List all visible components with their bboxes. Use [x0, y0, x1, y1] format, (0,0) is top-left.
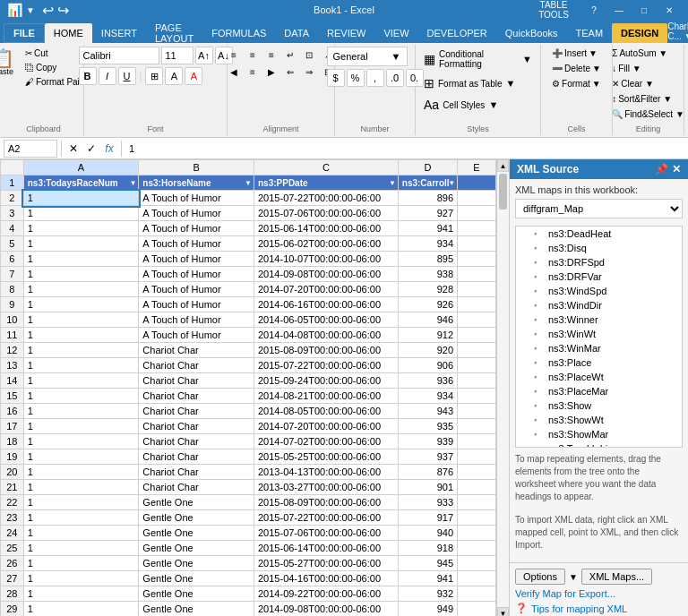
- xml-tree-item-troubleline[interactable]: ▪ns3:TroubleLine: [516, 441, 682, 448]
- cell-a6[interactable]: 1: [23, 252, 139, 267]
- cell-c13[interactable]: 2015-07-22T00:00:00-06:00: [254, 358, 399, 373]
- cell-e2[interactable]: [458, 191, 496, 206]
- col-header-e[interactable]: E: [458, 160, 496, 175]
- cell-a5[interactable]: 1: [23, 236, 139, 252]
- cell-a20[interactable]: 1: [23, 465, 139, 480]
- xml-maps-button[interactable]: XML Maps...: [581, 569, 652, 585]
- tab-quickbooks[interactable]: QuickBooks: [496, 23, 567, 43]
- cell-d11[interactable]: 912: [398, 328, 457, 343]
- cell-b16[interactable]: Chariot Char: [139, 404, 254, 419]
- row-header[interactable]: 24: [1, 526, 24, 541]
- cell-c7[interactable]: 2014-09-08T00:00:00-06:00: [254, 267, 399, 282]
- cell-b7[interactable]: A Touch of Humor: [139, 267, 254, 282]
- cell-a22[interactable]: 1: [23, 495, 139, 510]
- row-header[interactable]: 18: [1, 434, 24, 449]
- cell-c24[interactable]: 2015-07-06T00:00:00-06:00: [254, 526, 399, 541]
- cell-d12[interactable]: 920: [398, 343, 457, 358]
- font-size-input[interactable]: [161, 47, 194, 64]
- row-header[interactable]: 9: [1, 297, 24, 312]
- cell-c18[interactable]: 2014-07-02T00:00:00-06:00: [254, 434, 399, 449]
- cell-c9[interactable]: 2014-06-16T00:00:00-06:00: [254, 297, 399, 312]
- row-header[interactable]: 29: [1, 602, 24, 617]
- cell-e23[interactable]: [458, 510, 496, 526]
- col-header-b[interactable]: B: [139, 160, 254, 175]
- cell-e21[interactable]: [458, 480, 496, 495]
- scroll-up-button[interactable]: ▲: [497, 159, 509, 172]
- cell-a2[interactable]: 1: [23, 191, 139, 206]
- cell-e19[interactable]: [458, 449, 496, 465]
- cell-a19[interactable]: 1: [23, 449, 139, 465]
- cell-d18[interactable]: 939: [398, 434, 457, 449]
- cell-a12[interactable]: 1: [23, 343, 139, 358]
- conditional-formatting-button[interactable]: ▦ Conditional Formatting ▼: [421, 47, 535, 72]
- cell-e11[interactable]: [458, 328, 496, 343]
- sort-filter-button[interactable]: ↕ Sort&Filter ▼: [607, 92, 676, 106]
- cell-c22[interactable]: 2015-08-09T00:00:00-06:00: [254, 495, 399, 510]
- cell-d25[interactable]: 918: [398, 541, 457, 556]
- cell-a8[interactable]: 1: [23, 282, 139, 297]
- xml-tree-item-showmar[interactable]: ▪ns3:ShowMar: [516, 427, 682, 441]
- row-header[interactable]: 13: [1, 358, 24, 373]
- bold-button[interactable]: B: [79, 67, 97, 85]
- cell-d10[interactable]: 946: [398, 312, 457, 328]
- fill-button[interactable]: ↓ Fill ▼: [607, 62, 645, 75]
- cell-a21[interactable]: 1: [23, 480, 139, 495]
- cell-a15[interactable]: 1: [23, 389, 139, 404]
- xml-pin-icon[interactable]: 📌: [655, 163, 668, 175]
- cell-e13[interactable]: [458, 358, 496, 373]
- cell-e25[interactable]: [458, 541, 496, 556]
- cell-d1[interactable]: ns3:Carroll ▼: [398, 175, 457, 191]
- cell-d21[interactable]: 901: [398, 480, 457, 495]
- tab-design[interactable]: DESIGN: [612, 23, 667, 43]
- cell-a25[interactable]: 1: [23, 541, 139, 556]
- number-format-selector[interactable]: General▼: [327, 47, 408, 66]
- verify-map-link[interactable]: Verify Map for Export...: [515, 588, 683, 599]
- cell-d28[interactable]: 932: [398, 586, 457, 602]
- cell-b22[interactable]: Gentle One: [139, 495, 254, 510]
- xml-tree-item-drfspd[interactable]: ▪ns3:DRFSpd: [516, 255, 682, 270]
- cell-e26[interactable]: [458, 556, 496, 571]
- xml-tree-item-placemar[interactable]: ▪ns3:PlaceMar: [516, 384, 682, 398]
- row-header[interactable]: 1: [1, 175, 24, 191]
- cell-c27[interactable]: 2015-04-16T00:00:00-06:00: [254, 571, 399, 586]
- autosum-button[interactable]: Σ AutoSum ▼: [607, 47, 672, 60]
- tab-team[interactable]: TEAM: [567, 23, 613, 43]
- tab-page-layout[interactable]: PAGE LAYOUT: [146, 23, 202, 43]
- cell-c4[interactable]: 2015-06-14T00:00:00-06:00: [254, 221, 399, 236]
- cell-b1[interactable]: ns3:HorseName ▼: [139, 175, 254, 191]
- cell-e22[interactable]: [458, 495, 496, 510]
- formula-input[interactable]: [125, 143, 684, 154]
- cell-b9[interactable]: A Touch of Humor: [139, 297, 254, 312]
- cell-a3[interactable]: 1: [23, 206, 139, 221]
- cell-a16[interactable]: 1: [23, 404, 139, 419]
- cell-a13[interactable]: 1: [23, 358, 139, 373]
- row-header[interactable]: 16: [1, 404, 24, 419]
- cell-e20[interactable]: [458, 465, 496, 480]
- cell-b3[interactable]: A Touch of Humor: [139, 206, 254, 221]
- cell-e29[interactable]: [458, 602, 496, 617]
- cell-e24[interactable]: [458, 526, 496, 541]
- cell-d4[interactable]: 941: [398, 221, 457, 236]
- cell-b12[interactable]: Chariot Char: [139, 343, 254, 358]
- cell-e15[interactable]: [458, 389, 496, 404]
- align-top-center-button[interactable]: ≡: [244, 47, 262, 63]
- find-select-button[interactable]: 🔍 Find&Select ▼: [607, 107, 688, 121]
- paste-button[interactable]: 📋 Paste: [0, 47, 19, 79]
- cell-a17[interactable]: 1: [23, 419, 139, 434]
- row-header[interactable]: 21: [1, 480, 24, 495]
- cell-d15[interactable]: 934: [398, 389, 457, 404]
- cell-a29[interactable]: 1: [23, 602, 139, 617]
- cell-b27[interactable]: Gentle One: [139, 571, 254, 586]
- cell-e10[interactable]: [458, 312, 496, 328]
- xml-tree-item-winner[interactable]: ▪ns3:Winner: [516, 312, 682, 327]
- cell-b8[interactable]: A Touch of Humor: [139, 282, 254, 297]
- cell-c26[interactable]: 2015-05-27T00:00:00-06:00: [254, 556, 399, 571]
- xml-tree-item-show[interactable]: ▪ns3:Show: [516, 398, 682, 413]
- cell-a10[interactable]: 1: [23, 312, 139, 328]
- scroll-thumb[interactable]: [499, 174, 507, 210]
- format-cells-button[interactable]: ⚙ Format ▼: [547, 77, 606, 90]
- cell-d16[interactable]: 943: [398, 404, 457, 419]
- cell-a27[interactable]: 1: [23, 571, 139, 586]
- cell-e5[interactable]: [458, 236, 496, 252]
- row-header[interactable]: 14: [1, 373, 24, 389]
